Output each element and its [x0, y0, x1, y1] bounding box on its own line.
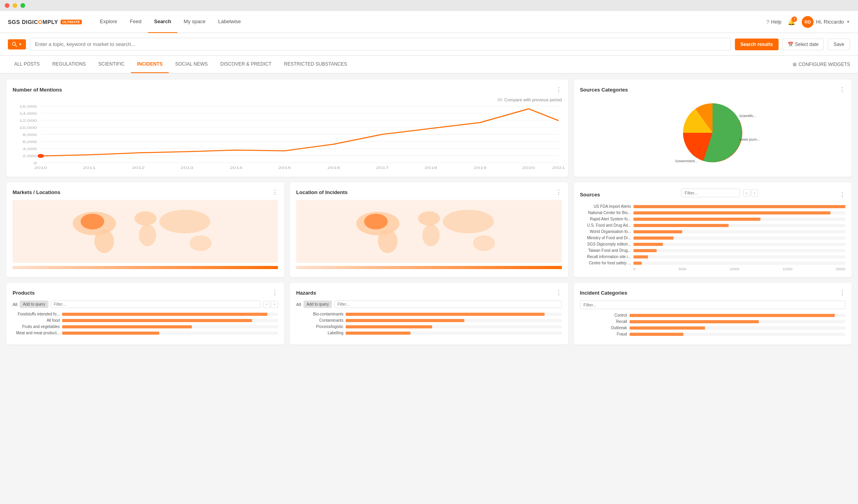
svg-point-41	[139, 224, 156, 246]
help-button[interactable]: ? Help	[766, 19, 782, 25]
incident-cat-bar-4	[630, 333, 683, 336]
location-map-svg	[346, 202, 512, 261]
hazard-bar-wrap-3	[346, 325, 562, 328]
svg-text:2015: 2015	[278, 166, 291, 170]
grid-icon: ⊞	[793, 62, 797, 67]
hazards-add-query-button[interactable]: Add to query	[304, 301, 332, 308]
products-card: Products ⋮ All Add to query ‹ › Foodstuf…	[6, 283, 284, 345]
incident-categories-title: Incident Categories	[580, 290, 628, 296]
incident-categories-menu-icon[interactable]: ⋮	[839, 289, 845, 297]
hazard-bar-1	[346, 313, 544, 316]
sources-menu-icon[interactable]: ⋮	[839, 191, 845, 198]
source-label-1: US FDA Import Alerts	[580, 204, 631, 209]
dropdown-arrow-icon: ▼	[18, 42, 22, 46]
incident-categories-list: Control Recall Outbreak Fraud	[580, 313, 845, 336]
tab-scientific[interactable]: SCIENTIFIC	[92, 56, 131, 73]
search-input[interactable]	[30, 38, 731, 51]
legend-label: Compare with previous period	[504, 97, 562, 102]
product-bar-wrap-4	[62, 332, 278, 335]
mentions-card: Number of Mentions ⋮ Compare with previo…	[6, 80, 568, 177]
source-label-6: Ministry of Food and Dr...	[580, 236, 631, 240]
source-bar-1	[633, 205, 845, 208]
location-menu-icon[interactable]: ⋮	[556, 189, 562, 196]
product-bar-wrap-2	[62, 319, 278, 322]
logo-text: SGS DIGICOMPLY	[8, 19, 58, 25]
sources-categories-title: Sources Categories	[580, 87, 628, 93]
products-all-label: All	[13, 302, 17, 307]
hazard-bar-wrap-1	[346, 313, 562, 316]
hazard-label-3: Process/logistic	[296, 324, 343, 329]
notifications-button[interactable]: 🔔 7	[788, 18, 795, 26]
hazards-menu-icon[interactable]: ⋮	[556, 289, 562, 297]
maximize-button[interactable]	[20, 3, 25, 8]
hazard-label-1: Bio-contaminants	[296, 312, 343, 316]
source-row-2: National Center for Bio...	[580, 211, 845, 215]
markets-scale-bar	[13, 266, 278, 269]
titlebar	[0, 0, 858, 11]
search-bar-row: ▼ Search results 📅 Select date Save	[0, 33, 858, 56]
source-bar-wrap-8	[633, 249, 845, 252]
source-row-9: Recall information site i...	[580, 255, 845, 259]
hazard-bar-wrap-4	[346, 332, 562, 335]
hazards-filter-input[interactable]	[334, 301, 562, 308]
incident-categories-filter-input[interactable]	[580, 301, 845, 309]
sources-next-button[interactable]: ›	[751, 189, 758, 196]
configure-widgets-button[interactable]: ⊞ CONFIGURE WIDGETS	[793, 56, 850, 73]
incident-cat-row-2: Recall	[580, 319, 845, 324]
tab-discover-predict[interactable]: DISCOVER & PREDICT	[214, 56, 278, 73]
svg-text:12,000: 12,000	[19, 119, 37, 123]
sources-categories-header: Sources Categories ⋮	[580, 86, 845, 93]
incident-cat-row-1: Control	[580, 313, 845, 317]
hazards-all-label: All	[296, 302, 301, 307]
products-filter-input[interactable]	[51, 301, 261, 308]
hazard-row-4: Labelling	[296, 331, 562, 335]
markets-map	[13, 200, 278, 263]
product-label-2: All food	[13, 318, 60, 323]
products-next-button[interactable]: ›	[271, 301, 278, 308]
products-menu-icon[interactable]: ⋮	[272, 289, 278, 297]
incident-cat-row-4: Fraud	[580, 332, 845, 336]
logo: SGS DIGICOMPLY ULTIMATE	[8, 19, 82, 25]
tab-social-news[interactable]: SOCIAL NEWS	[169, 56, 214, 73]
minimize-button[interactable]	[13, 3, 17, 8]
tab-incidents[interactable]: INCIDENTS	[131, 56, 169, 73]
tab-regulations[interactable]: REGULATIONS	[46, 56, 92, 73]
mentions-chart-area: 16,000 14,000 12,000 10,000 8,000 6,000 …	[13, 104, 562, 170]
sources-filter-input[interactable]	[681, 189, 740, 197]
tab-restricted-substances[interactable]: RESTRICTED SUBSTANCES	[278, 56, 353, 73]
user-menu-button[interactable]: RD Hi, Riccardo ▼	[802, 16, 850, 28]
products-add-query-button[interactable]: Add to query	[20, 301, 48, 308]
nav-labelwise[interactable]: Labelwise	[212, 11, 247, 33]
tab-all-posts[interactable]: ALL POSTS	[8, 56, 46, 73]
nav-feed[interactable]: Feed	[123, 11, 148, 33]
source-label-8: Taiwan Food and Drug...	[580, 248, 631, 253]
source-bar-wrap-7	[633, 243, 845, 246]
configure-widgets-label: CONFIGURE WIDGETS	[799, 62, 850, 67]
save-button[interactable]: Save	[828, 38, 850, 50]
source-bar-2	[633, 211, 831, 214]
hazard-bar-4	[346, 332, 411, 335]
svg-text:2018: 2018	[424, 166, 437, 170]
axis-15000: 15000	[783, 267, 792, 271]
incident-cat-row-3: Outbreak	[580, 326, 845, 330]
search-icon-button[interactable]: ▼	[8, 39, 26, 49]
select-date-button[interactable]: 📅 Select date	[783, 38, 824, 50]
source-bar-wrap-5	[633, 230, 845, 233]
mentions-menu-icon[interactable]: ⋮	[556, 86, 562, 93]
source-bar-6	[633, 236, 674, 240]
sources-prev-button[interactable]: ‹	[743, 189, 750, 196]
close-button[interactable]	[5, 3, 9, 8]
tabs: ALL POSTS REGULATIONS SCIENTIFIC INCIDEN…	[8, 56, 354, 73]
nav-search[interactable]: Search	[148, 11, 177, 33]
products-prev-button[interactable]: ‹	[263, 301, 270, 308]
ultimate-badge: ULTIMATE	[61, 20, 82, 24]
product-row-3: Fruits and vegetables	[13, 324, 278, 329]
markets-menu-icon[interactable]: ⋮	[272, 189, 278, 196]
sources-categories-menu-icon[interactable]: ⋮	[839, 86, 845, 93]
location-header: Location of Incidents ⋮	[296, 189, 562, 196]
nav-myspace[interactable]: My space	[177, 11, 212, 33]
svg-text:News journ...: News journ...	[739, 137, 760, 141]
nav-explore[interactable]: Explore	[94, 11, 123, 33]
svg-point-40	[134, 211, 157, 225]
search-results-button[interactable]: Search results	[735, 38, 779, 50]
